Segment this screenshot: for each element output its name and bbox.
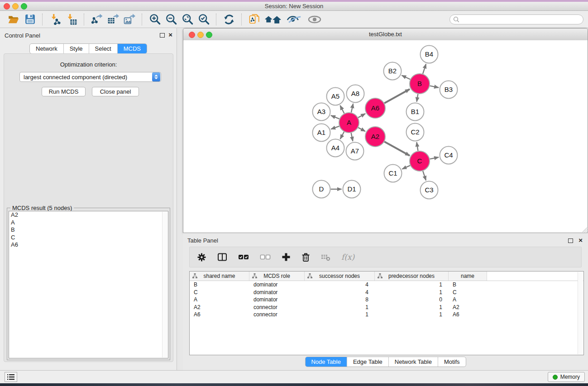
edge-A-A7[interactable] [351,133,353,141]
import-table-button[interactable] [65,13,78,26]
toolbar-separator [42,14,43,25]
search-input[interactable] [462,16,577,23]
result-list-scrollbar[interactable] [162,212,167,357]
table-row[interactable]: B dominator 4 1 B [190,281,583,289]
export-network-button[interactable] [90,13,104,26]
zoom-selected-button[interactable] [197,13,210,26]
save-session-button[interactable] [23,13,37,26]
list-item[interactable]: A6 [9,241,168,249]
export-table-button[interactable] [106,13,120,26]
column-header-name[interactable]: name [449,272,487,281]
table-row[interactable]: A6 connector 1 1 A6 [190,311,583,319]
create-column-button[interactable] [282,253,291,262]
edge-A6-B[interactable] [384,89,410,103]
control-panel-title: Control Panel [5,32,40,39]
edge-A2-C[interactable] [384,142,410,156]
zoom-in-button[interactable] [148,13,162,26]
memory-status-icon [553,375,558,380]
edge-B-B4[interactable] [423,64,426,74]
edge-B-B2[interactable] [402,76,410,80]
export-image-button[interactable] [123,13,136,26]
show-panel-button[interactable] [306,13,324,26]
run-mcds-button[interactable]: Run MCDS [42,87,86,96]
cell-shared-name: A [190,296,249,303]
criterion-dropdown[interactable]: largest connected component (directed) [19,72,161,82]
cell-predecessor-nodes: 1 [375,304,449,310]
edge-A-A3[interactable] [331,115,339,119]
columns-icon [217,253,227,262]
cell-predecessor-nodes: 0 [375,296,449,303]
list-item[interactable]: C [9,234,168,242]
table-scrollbar[interactable] [578,272,583,354]
tab-motifs[interactable]: Motifs [438,357,466,367]
list-item[interactable]: B [9,226,168,234]
float-panel-icon[interactable] [160,33,165,38]
edge-B-B3[interactable] [430,86,439,88]
tab-network-table[interactable]: Network Table [388,357,438,367]
hide-panel-button[interactable] [285,13,303,26]
cell-shared-name: C [190,289,249,295]
task-history-button[interactable] [5,372,17,382]
edge-C-C4[interactable] [430,157,439,159]
column-header-predecessor-nodes[interactable]: predecessor nodes [375,272,449,281]
zoom-out-button[interactable] [164,13,178,26]
column-header-successor-nodes[interactable]: successor nodes [305,272,375,281]
edge-C-C3[interactable] [423,171,426,181]
tab-node-table[interactable]: Node Table [305,357,347,367]
zoom-in-icon [149,13,161,25]
edge-A-A5[interactable] [340,105,344,114]
node-label-A5: A5 [331,92,339,100]
tab-style[interactable]: Style [63,44,89,53]
list-icon [7,373,15,381]
table-row[interactable]: A2 connector 1 1 A2 [190,304,583,311]
show-column-button[interactable] [217,253,227,262]
delete-table-button[interactable] [321,253,330,261]
unselect-all-columns-button[interactable] [260,254,271,260]
tab-select[interactable]: Select [89,44,117,53]
edge-C-C1[interactable] [402,166,410,169]
node-label-A7: A7 [351,147,359,155]
tab-network[interactable]: Network [30,44,63,53]
edge-A-A8[interactable] [351,104,353,113]
close-panel-button[interactable]: Close panel [92,87,139,96]
tab-edge-table[interactable]: Edge Table [347,357,388,367]
open-folder-icon [8,14,19,25]
delete-column-button[interactable] [301,253,310,262]
table-settings-button[interactable] [197,253,206,262]
function-builder-button[interactable]: f(x) [341,253,354,262]
zoom-fit-button[interactable] [181,13,194,26]
trash-icon [301,253,310,262]
edge-A-A2[interactable] [358,128,365,131]
edge-A-A6[interactable] [358,114,365,118]
home-button[interactable] [264,13,282,26]
edge-C-C2[interactable] [416,142,418,151]
edge-A-A4[interactable] [340,132,344,139]
edge-B-B1[interactable] [417,94,418,102]
resize-grip[interactable] [581,226,587,232]
tab-mcds[interactable]: MCDS [117,44,147,53]
network-canvas[interactable]: AA5A8A3A1A4A7A6A2BB2B4B3B1CC2C4C1C3DD1 [183,40,588,233]
edge-A-A1[interactable] [331,126,339,129]
node-table: shared name MCDS role [189,271,584,355]
select-all-columns-button[interactable] [238,254,249,260]
node-label-B1: B1 [411,108,419,115]
close-table-panel-icon[interactable]: × [578,238,583,243]
clone-network-button[interactable] [248,13,261,26]
close-panel-icon[interactable]: × [168,32,172,38]
column-header-shared-name[interactable]: shared name [190,272,249,281]
memory-button[interactable]: Memory [548,372,585,382]
column-header-mcds-role[interactable]: MCDS role [249,272,305,281]
refresh-icon [223,14,235,25]
table-row[interactable]: C dominator 4 1 C [190,289,583,296]
import-network-button[interactable] [48,13,62,26]
refresh-button[interactable] [222,13,236,26]
open-session-button[interactable] [7,13,20,26]
float-table-panel-icon[interactable] [568,238,573,243]
clone-network-icon [249,14,260,25]
list-item[interactable]: A2 [9,211,168,219]
export-network-icon [91,14,103,25]
list-item[interactable]: A [9,219,168,227]
node-label-B: B [417,80,422,87]
table-row[interactable]: A dominator 8 0 A [190,296,583,304]
table-panel-title: Table Panel [187,237,218,244]
